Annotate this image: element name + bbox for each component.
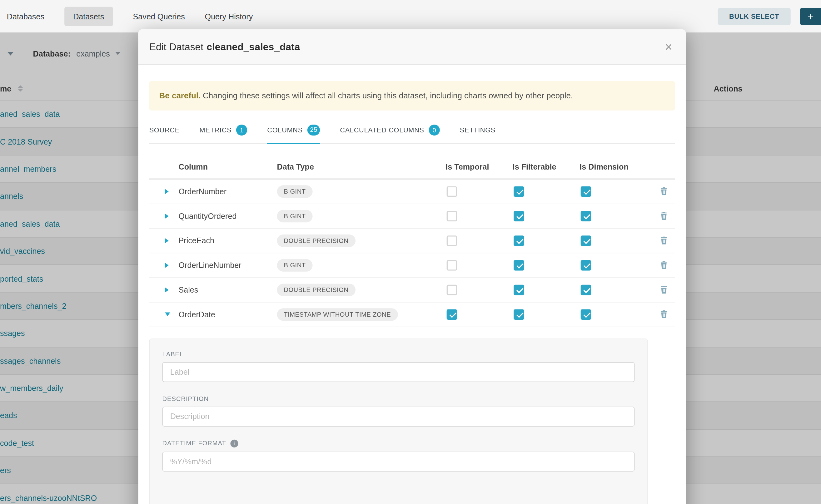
modal-title: Edit Datasetcleaned_sales_data (149, 41, 300, 53)
warning-text: Changing these settings will affect all … (203, 91, 573, 100)
is-filterable-header: Is Filterable (513, 162, 580, 171)
is-temporal-checkbox[interactable] (447, 284, 458, 295)
delete-column-icon[interactable] (660, 261, 667, 269)
column-name: OrderNumber (179, 187, 277, 196)
data-type-pill: TIMESTAMP WITHOUT TIME ZONE (277, 308, 398, 321)
description-field-group: DESCRIPTION (162, 395, 635, 427)
is-filterable-checkbox[interactable] (514, 260, 524, 270)
column-name: Sales (179, 285, 277, 294)
expand-caret-icon[interactable] (165, 189, 169, 194)
column-row: OrderDate TIMESTAMP WITHOUT TIME ZONE (149, 302, 675, 327)
tab-label: SETTINGS (460, 126, 496, 134)
nav-item-datasets[interactable]: Datasets (64, 7, 113, 26)
is-temporal-checkbox[interactable] (447, 186, 458, 197)
tab-bar: SOURCE METRICS 1 COLUMNS 25 CALCULATED C… (149, 118, 675, 144)
is-dimension-checkbox[interactable] (581, 211, 591, 221)
is-dimension-checkbox[interactable] (581, 235, 591, 246)
tab-label: METRICS (200, 126, 232, 134)
data-type-pill: DOUBLE PRECISION (277, 284, 355, 296)
bulk-select-button[interactable]: BULK SELECT (718, 7, 791, 25)
label-input[interactable] (162, 362, 635, 382)
metrics-count-badge: 1 (236, 125, 247, 136)
is-filterable-checkbox[interactable] (514, 235, 524, 246)
description-input[interactable] (162, 407, 635, 427)
column-name: QuantityOrdered (179, 211, 277, 220)
is-temporal-checkbox[interactable] (447, 211, 458, 221)
add-dataset-button[interactable]: + (800, 7, 821, 25)
data-type-pill: BIGINT (277, 259, 313, 271)
column-row: Sales DOUBLE PRECISION (149, 278, 675, 302)
datetime-format-field-group: DATETIME FORMAT i (162, 439, 635, 471)
modal-title-prefix: Edit Dataset (149, 41, 203, 52)
datetime-format-field-label: DATETIME FORMAT i (162, 439, 635, 447)
expand-caret-icon[interactable] (165, 213, 169, 219)
data-type-pill: BIGINT (277, 210, 313, 222)
tab-source[interactable]: SOURCE (149, 118, 180, 143)
data-type-pill: BIGINT (277, 185, 313, 198)
plus-icon: + (808, 11, 814, 22)
is-dimension-checkbox[interactable] (581, 260, 591, 270)
nav-tabs: Databases Datasets Saved Queries Query H… (0, 7, 253, 26)
tab-metrics[interactable]: METRICS 1 (200, 118, 247, 143)
nav-item-query-history[interactable]: Query History (205, 12, 253, 21)
warning-banner: Be careful.Changing these settings will … (149, 81, 675, 110)
is-temporal-header: Is Temporal (446, 162, 513, 171)
expand-caret-icon[interactable] (165, 287, 169, 293)
calculated-columns-count-badge: 0 (429, 125, 440, 136)
is-dimension-checkbox[interactable] (581, 186, 591, 197)
description-field-label: DESCRIPTION (162, 395, 635, 402)
delete-column-icon[interactable] (660, 286, 667, 294)
warning-bold-text: Be careful. (159, 91, 201, 100)
collapse-caret-icon[interactable] (165, 313, 170, 316)
columns-count-badge: 25 (307, 124, 320, 135)
is-dimension-checkbox[interactable] (581, 309, 591, 320)
close-icon[interactable]: × (665, 41, 672, 53)
tab-label: CALCULATED COLUMNS (340, 126, 424, 134)
expand-caret-icon[interactable] (165, 238, 169, 243)
delete-column-icon[interactable] (660, 310, 667, 318)
data-type-pill: DOUBLE PRECISION (277, 234, 355, 247)
datetime-format-input[interactable] (162, 452, 635, 472)
is-dimension-checkbox[interactable] (581, 284, 591, 295)
top-navigation: Databases Datasets Saved Queries Query H… (0, 0, 821, 32)
column-header: Column (179, 162, 277, 171)
edit-dataset-modal: Edit Datasetcleaned_sales_data × Be care… (138, 29, 686, 504)
column-row: OrderNumber BIGINT (149, 179, 675, 204)
info-icon[interactable]: i (230, 439, 238, 447)
tab-columns[interactable]: COLUMNS 25 (267, 118, 320, 144)
is-filterable-checkbox[interactable] (514, 284, 524, 295)
is-dimension-header: Is Dimension (580, 162, 647, 171)
columns-table: Column Data Type Is Temporal Is Filterab… (149, 155, 675, 327)
is-temporal-checkbox[interactable] (447, 309, 458, 320)
column-row: PriceEach DOUBLE PRECISION (149, 229, 675, 253)
column-detail-panel: LABEL DESCRIPTION DATETIME FORMAT i (149, 338, 648, 504)
is-filterable-checkbox[interactable] (514, 309, 524, 320)
column-name: OrderDate (179, 310, 277, 319)
modal-header: Edit Datasetcleaned_sales_data × (138, 29, 686, 65)
expand-caret-icon[interactable] (165, 263, 169, 268)
nav-item-saved-queries[interactable]: Saved Queries (133, 12, 185, 21)
label-field-label: LABEL (162, 350, 635, 358)
is-temporal-checkbox[interactable] (447, 260, 458, 270)
tab-calculated-columns[interactable]: CALCULATED COLUMNS 0 (340, 118, 440, 143)
modal-title-dataset-name: cleaned_sales_data (206, 41, 300, 52)
tab-label: COLUMNS (267, 126, 303, 134)
datetime-format-label-text: DATETIME FORMAT (162, 440, 226, 447)
modal-body: Be careful.Changing these settings will … (138, 81, 686, 504)
columns-table-header: Column Data Type Is Temporal Is Filterab… (149, 155, 675, 179)
is-temporal-checkbox[interactable] (447, 235, 458, 246)
nav-right-actions: BULK SELECT + (718, 7, 821, 25)
column-name: OrderLineNumber (179, 261, 277, 269)
column-row: QuantityOrdered BIGINT (149, 204, 675, 229)
is-filterable-checkbox[interactable] (514, 211, 524, 221)
delete-column-icon[interactable] (660, 187, 667, 195)
delete-column-icon[interactable] (660, 237, 667, 245)
column-row: OrderLineNumber BIGINT (149, 253, 675, 278)
column-name: PriceEach (179, 236, 277, 245)
nav-item-databases[interactable]: Databases (7, 12, 44, 21)
tab-settings[interactable]: SETTINGS (460, 118, 496, 143)
label-field-group: LABEL (162, 350, 635, 382)
delete-column-icon[interactable] (660, 212, 667, 220)
is-filterable-checkbox[interactable] (514, 186, 524, 197)
app-root: Databases Datasets Saved Queries Query H… (0, 0, 821, 504)
